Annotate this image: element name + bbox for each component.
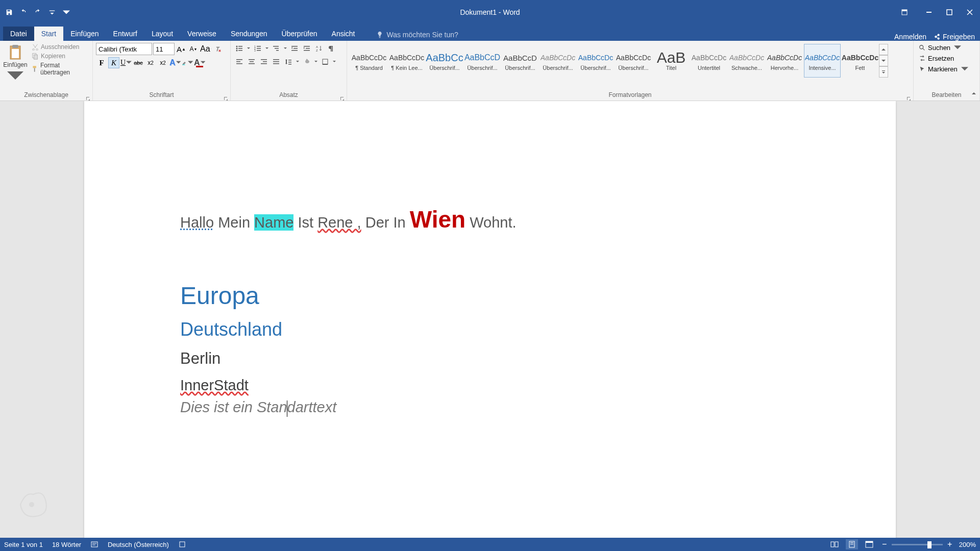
style-box[interactable]: AaBTitel (653, 44, 690, 78)
style-box[interactable]: AaBbCcDcÜberschrif... (577, 44, 614, 78)
italic-button[interactable]: K (108, 57, 119, 68)
justify-button[interactable] (271, 56, 282, 67)
font-size-select[interactable] (153, 43, 175, 55)
tab-view[interactable]: Ansicht (325, 27, 362, 41)
bold-button[interactable]: F (96, 57, 107, 68)
zoom-track[interactable] (892, 544, 943, 545)
heading-2[interactable]: Deutschland (180, 319, 800, 340)
qat-customize-button[interactable] (61, 7, 71, 17)
tab-review[interactable]: Überprüfen (275, 27, 325, 41)
redo-button[interactable] (33, 7, 43, 17)
bullets-dropdown[interactable] (246, 43, 251, 54)
proofing-button[interactable] (90, 540, 99, 548)
paragraph-dialog-launcher[interactable] (340, 94, 345, 99)
page[interactable]: Hallo Mein Name Ist Rene , Der In Wien W… (84, 101, 896, 538)
heading-3[interactable]: Berlin (180, 349, 800, 368)
line-spacing-dropdown[interactable] (295, 56, 300, 67)
style-box[interactable]: AaBbCcDÜberschrif... (502, 44, 538, 78)
style-box[interactable]: AaBbCcDÜberschrif... (464, 44, 501, 78)
superscript-button[interactable]: x2 (157, 57, 168, 68)
format-painter-button[interactable]: Format übertragen (30, 61, 89, 77)
find-button[interactable]: Suchen (917, 43, 976, 53)
web-layout-button[interactable] (863, 539, 875, 549)
font-dialog-launcher[interactable] (224, 94, 229, 99)
undo-button[interactable] (18, 7, 29, 17)
font-name-select[interactable] (96, 43, 152, 55)
style-box[interactable]: AaBbCcDcSchwache... (728, 44, 765, 78)
style-box[interactable]: AaBbCcDcUntertitel (691, 44, 727, 78)
standard-text-paragraph[interactable]: Dies ist ein Standarttext (180, 399, 800, 416)
tab-references[interactable]: Verweise (180, 27, 224, 41)
language-status[interactable]: Deutsch (Österreich) (108, 541, 169, 548)
qat-more-button[interactable] (47, 7, 57, 17)
maximize-button[interactable] (939, 5, 960, 20)
zoom-out-button[interactable]: − (880, 540, 889, 549)
minimize-button[interactable] (919, 5, 939, 20)
show-marks-button[interactable] (326, 43, 337, 54)
highlight-button[interactable] (182, 57, 193, 68)
style-box[interactable]: AaBbCcDc¶ Standard (351, 44, 387, 78)
style-box[interactable]: AaBbCcDcIntensive... (804, 44, 841, 78)
tab-file[interactable]: Datei (3, 27, 34, 41)
page-status[interactable]: Seite 1 von 1 (4, 541, 43, 548)
style-box[interactable]: AaBbCcÜberschrif... (426, 44, 463, 78)
signin-button[interactable]: Anmelden (894, 33, 926, 41)
subscript-button[interactable]: x2 (145, 57, 156, 68)
close-button[interactable] (960, 5, 980, 20)
tab-insert[interactable]: Einfügen (63, 27, 106, 41)
change-case-button[interactable]: Aa (200, 43, 211, 55)
save-button[interactable] (4, 7, 14, 17)
copy-button[interactable]: Kopieren (30, 52, 89, 60)
styles-scroll-down[interactable] (879, 55, 888, 66)
share-button[interactable]: Freigeben (934, 33, 975, 41)
underline-button[interactable]: U (120, 57, 132, 68)
bullets-button[interactable] (234, 43, 245, 54)
style-box[interactable]: AaBbCcDcHervorhe... (766, 44, 803, 78)
font-color-button[interactable]: A (194, 57, 205, 68)
borders-dropdown[interactable] (332, 56, 337, 67)
style-box[interactable]: AaBbCcDcÜberschrif... (615, 44, 652, 78)
shading-dropdown[interactable] (313, 56, 318, 67)
print-layout-button[interactable] (846, 539, 858, 549)
cut-button[interactable]: Ausschneiden (30, 43, 89, 51)
shrink-font-button[interactable]: A▼ (188, 43, 199, 55)
tab-mailings[interactable]: Sendungen (224, 27, 275, 41)
align-center-button[interactable] (246, 56, 257, 67)
tab-design[interactable]: Entwurf (106, 27, 144, 41)
style-box[interactable]: AaBbCcDc¶ Kein Lee... (388, 44, 425, 78)
shading-button[interactable] (301, 56, 312, 67)
zoom-thumb[interactable] (927, 541, 932, 548)
paragraph-line-1[interactable]: Hallo Mein Name Ist Rene , Der In Wien W… (180, 203, 800, 236)
tell-me-search[interactable]: Was möchten Sie tun? (372, 29, 462, 41)
document-area[interactable]: Hallo Mein Name Ist Rene , Der In Wien W… (0, 101, 980, 538)
paste-button[interactable]: Einfügen (3, 43, 28, 86)
multilevel-list-button[interactable] (271, 43, 282, 54)
multilevel-dropdown[interactable] (283, 43, 288, 54)
clear-formatting-button[interactable] (212, 43, 224, 55)
tab-start[interactable]: Start (34, 27, 64, 41)
decrease-indent-button[interactable] (289, 43, 300, 54)
word-count[interactable]: 18 Wörter (52, 541, 81, 548)
strikethrough-button[interactable]: abc (133, 57, 144, 68)
style-box[interactable]: AaBbCcDcÜberschrif... (540, 44, 576, 78)
read-mode-button[interactable] (828, 539, 841, 549)
styles-scroll-up[interactable] (879, 44, 888, 55)
line-spacing-button[interactable] (283, 56, 294, 67)
grow-font-button[interactable]: A▲ (176, 43, 187, 55)
heading-1[interactable]: Europa (180, 282, 800, 310)
clipboard-dialog-launcher[interactable] (86, 94, 91, 99)
zoom-in-button[interactable]: + (946, 540, 954, 549)
align-right-button[interactable] (258, 56, 270, 67)
text-effects-button[interactable]: A (169, 57, 181, 68)
increase-indent-button[interactable] (301, 43, 312, 54)
numbering-dropdown[interactable] (264, 43, 270, 54)
styles-expand[interactable] (879, 66, 888, 78)
ribbon-display-options-button[interactable] (894, 5, 915, 20)
align-left-button[interactable] (234, 56, 245, 67)
tab-layout[interactable]: Layout (144, 27, 180, 41)
collapse-ribbon-button[interactable] (971, 89, 977, 98)
borders-button[interactable] (320, 56, 331, 67)
styles-dialog-launcher[interactable] (906, 94, 912, 99)
style-box[interactable]: AaBbCcDcFett (842, 44, 878, 78)
numbering-button[interactable]: 123 (252, 43, 263, 54)
